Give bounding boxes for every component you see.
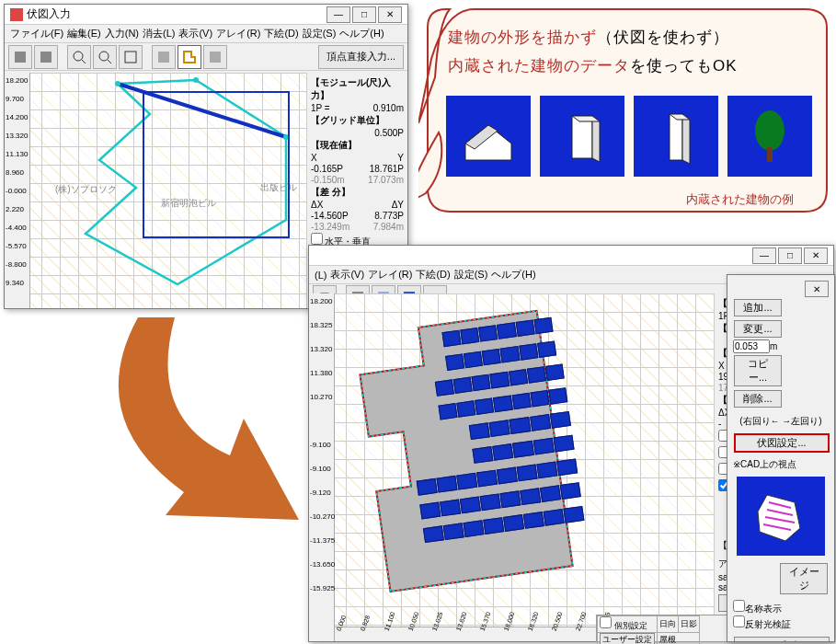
menu-help[interactable]: ヘルプ(H) xyxy=(491,268,535,282)
shadow-settings-panel: 個別設定 日向日影 ユーザー設定 屋根 xyxy=(596,615,743,642)
svg-marker-29 xyxy=(758,495,800,541)
svg-rect-17 xyxy=(158,52,169,63)
callout-text: 建物の外形を描かず（伏図を使わず） 内蔵された建物のデータを使ってもOK xyxy=(448,24,738,80)
svg-point-21 xyxy=(193,77,199,83)
example-tower1 xyxy=(540,96,624,177)
menu-array[interactable]: アレイ(R) xyxy=(368,268,412,282)
menu-underlay[interactable]: 下絵(D) xyxy=(416,268,450,282)
example-tree xyxy=(727,96,812,177)
svg-line-15 xyxy=(108,60,111,63)
cb-reflection[interactable]: 反射光検証 xyxy=(733,619,791,629)
tool-zoom-in[interactable] xyxy=(67,45,91,69)
svg-marker-5 xyxy=(670,114,682,160)
user-settings-button[interactable]: ユーザー設定 xyxy=(600,633,655,644)
menubar: ファイル(F) 編集(E) 入力(N) 消去(L) 表示(V) アレイ(R) 下… xyxy=(5,25,407,43)
building-examples xyxy=(446,96,812,177)
tool-rect2[interactable] xyxy=(34,45,58,69)
svg-point-20 xyxy=(115,81,120,86)
svg-line-13 xyxy=(82,60,86,63)
callout-line2a: 内蔵された建物のデータ xyxy=(448,57,630,75)
svg-point-12 xyxy=(74,52,83,61)
svg-rect-11 xyxy=(40,52,52,63)
svg-marker-2 xyxy=(572,116,592,158)
callout-line1b: （伏図を使わず） xyxy=(597,29,729,46)
svg-rect-18 xyxy=(210,52,221,63)
mouse-input-button[interactable]: マウス入力 ▼ xyxy=(734,637,830,642)
app-icon xyxy=(10,8,23,21)
rotation-label: (右回り← →左回り) xyxy=(733,415,829,428)
ruler-vertical: 18.200 9.700 14.200 13.320 11.130 8.960 … xyxy=(5,73,30,308)
menu-edit[interactable]: 編集(E) xyxy=(67,27,101,40)
menu-settings[interactable]: 設定(S) xyxy=(303,27,337,40)
toolbar: 頂点直接入力... xyxy=(5,43,407,71)
menu-array[interactable]: アレイ(R) xyxy=(216,27,260,40)
cad-viewpoint-label: ※CAD上の視点 xyxy=(733,458,829,471)
example-tower2 xyxy=(634,96,718,177)
unit-input[interactable] xyxy=(733,339,770,353)
menu-partial[interactable]: (L) xyxy=(315,270,326,281)
menu-help[interactable]: ヘルプ(H) xyxy=(339,27,384,40)
tool-fit[interactable] xyxy=(119,45,143,69)
titlebar: — □ ✕ xyxy=(309,246,833,266)
cb-show-name[interactable]: 名称表示 xyxy=(733,604,782,614)
tool-shape[interactable] xyxy=(178,45,201,69)
callout-bubble: 建物の外形を描かず（伏図を使わず） 内蔵された建物のデータを使ってもOK 内蔵さ… xyxy=(418,4,832,219)
minimize-button[interactable]: — xyxy=(752,247,776,264)
maximize-button[interactable]: □ xyxy=(352,6,376,23)
tool-rect1[interactable] xyxy=(8,45,32,69)
tool-zoom-out[interactable] xyxy=(93,45,117,69)
menu-file[interactable]: ファイル(F) xyxy=(10,27,63,40)
callout-line2b: を使ってもOK xyxy=(630,57,738,75)
menu-settings[interactable]: 設定(S) xyxy=(454,268,488,282)
transition-arrow-icon xyxy=(74,308,313,547)
close-button[interactable]: ✕ xyxy=(378,6,402,23)
titlebar: 伏図入力 — □ ✕ xyxy=(5,5,407,25)
svg-rect-10 xyxy=(15,52,26,63)
menu-input[interactable]: 入力(N) xyxy=(105,27,139,40)
tool-grid2[interactable] xyxy=(203,45,227,69)
cad-preview xyxy=(737,477,825,556)
image-button[interactable]: イメージ xyxy=(780,563,828,594)
dlg-close-button[interactable]: ✕ xyxy=(805,281,829,297)
menu-view[interactable]: 表示(V) xyxy=(330,268,364,282)
selection-box xyxy=(143,91,290,238)
svg-point-8 xyxy=(755,110,784,151)
callout-line1a: 建物の外形を描かず xyxy=(448,29,597,46)
copy-button[interactable]: コピー... xyxy=(734,355,782,386)
vertex-direct-input-button[interactable]: 頂点直接入力... xyxy=(318,45,404,69)
add-button[interactable]: 追加... xyxy=(734,299,782,316)
ruler-vertical: 18.200 18.325 13.320 11.380 10.270 -9.10… xyxy=(309,293,335,641)
fuzu-settings-button[interactable]: 伏図設定... xyxy=(734,433,830,453)
close-button[interactable]: ✕ xyxy=(804,247,828,264)
svg-rect-9 xyxy=(767,147,773,162)
svg-rect-16 xyxy=(125,52,136,63)
examples-caption: 内蔵された建物の例 xyxy=(686,191,794,208)
menu-view[interactable]: 表示(V) xyxy=(178,27,212,40)
svg-point-14 xyxy=(99,52,109,61)
window-title: 伏図入力 xyxy=(27,6,71,22)
canvas[interactable]: 18.200 9.700 14.200 13.320 11.130 8.960 … xyxy=(5,73,306,308)
module-header: 【モジュール(尺)入力】 xyxy=(311,76,404,102)
delete-button[interactable]: 削除... xyxy=(734,390,782,408)
example-house xyxy=(446,96,531,177)
menu-underlay[interactable]: 下絵(D) xyxy=(264,27,298,40)
change-button[interactable]: 変更... xyxy=(734,320,782,338)
tool-grid1[interactable] xyxy=(152,45,176,69)
maximize-button[interactable]: □ xyxy=(778,247,802,264)
svg-marker-6 xyxy=(682,114,690,164)
minimize-button[interactable]: — xyxy=(326,6,350,23)
cb-individual[interactable] xyxy=(600,616,612,628)
menu-erase[interactable]: 消去(L) xyxy=(143,27,175,40)
settings-dialog: ✕ 追加... 変更... m コピー... 削除... (右回り← →左回り)… xyxy=(727,274,835,642)
canvas[interactable]: 18.200 18.325 13.320 11.380 10.270 -9.10… xyxy=(309,293,714,641)
svg-marker-3 xyxy=(592,116,600,162)
